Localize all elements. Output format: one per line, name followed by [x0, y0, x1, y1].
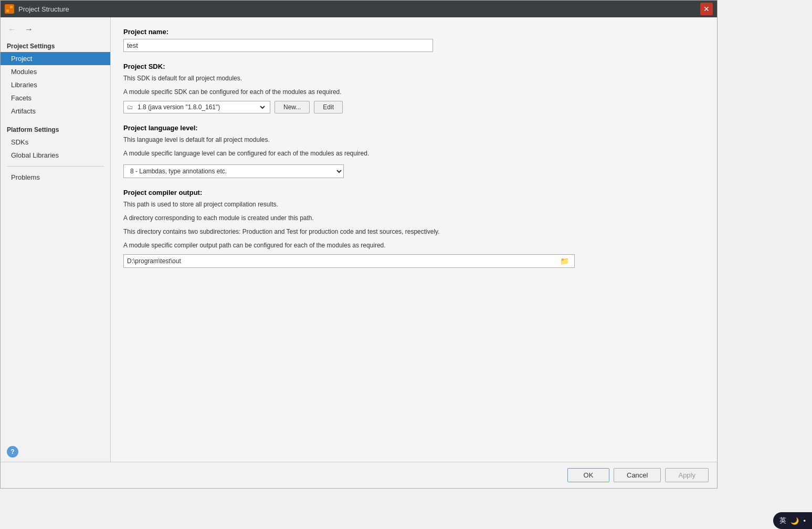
sidebar-item-artifacts[interactable]: Artifacts: [1, 105, 110, 118]
svg-rect-1: [10, 6, 13, 8]
nav-buttons: ← →: [1, 22, 110, 39]
content-area: Project name: Project SDK: This SDK is d…: [111, 17, 717, 462]
language-level-label: Project language level:: [123, 124, 704, 132]
sdk-row: 🗂 1.8 (java version "1.8.0_161") New... …: [123, 101, 704, 113]
footer: OK Cancel Apply: [1, 462, 717, 488]
tray-dot: •: [803, 517, 806, 525]
tray-moon: 🌙: [790, 517, 799, 525]
help-button[interactable]: ?: [7, 446, 18, 458]
language-desc2: A module specific language level can be …: [123, 149, 704, 158]
project-name-label: Project name:: [123, 28, 704, 36]
sidebar: ← → Project Settings Project Modules Lib…: [1, 17, 111, 462]
sidebar-item-global-libraries[interactable]: Global Libraries: [1, 149, 110, 162]
sdk-folder-icon: 🗂: [127, 103, 133, 111]
cancel-button[interactable]: Cancel: [614, 468, 661, 482]
forward-button[interactable]: →: [22, 24, 36, 35]
project-sdk-section: Project SDK: This SDK is default for all…: [123, 63, 704, 113]
language-level-select[interactable]: 8 - Lambdas, type annotations etc.7 - Di…: [123, 164, 344, 178]
window-icon: [5, 4, 14, 14]
compiler-desc4: A module specific compiler output path c…: [123, 241, 704, 250]
platform-settings-section-label: Platform Settings: [1, 123, 110, 136]
ok-button[interactable]: OK: [567, 468, 609, 482]
sdk-desc2: A module specific SDK can be configured …: [123, 87, 704, 97]
apply-button[interactable]: Apply: [665, 468, 709, 482]
close-button[interactable]: ✕: [700, 3, 713, 15]
compiler-output-path-row: 📁: [123, 254, 575, 268]
sdk-new-button[interactable]: New...: [275, 101, 310, 113]
sdk-desc1: This SDK is default for all project modu…: [123, 74, 704, 83]
sidebar-item-project[interactable]: Project: [1, 52, 110, 65]
project-structure-window: Project Structure ✕ ← → Project Settings…: [0, 0, 718, 489]
title-bar: Project Structure ✕: [1, 1, 717, 17]
language-level-section: Project language level: This language le…: [123, 124, 704, 178]
sdk-select-control[interactable]: 1.8 (java version "1.8.0_161"): [135, 103, 267, 111]
sdk-dropdown[interactable]: 🗂 1.8 (java version "1.8.0_161"): [123, 101, 270, 113]
svg-rect-2: [6, 9, 9, 12]
window-title: Project Structure: [18, 5, 69, 13]
sidebar-item-modules[interactable]: Modules: [1, 65, 110, 78]
svg-rect-0: [6, 6, 9, 8]
main-content: ← → Project Settings Project Modules Lib…: [1, 17, 717, 462]
project-name-section: Project name:: [123, 28, 704, 52]
browse-folder-button[interactable]: 📁: [558, 257, 571, 265]
project-name-input[interactable]: [123, 39, 433, 52]
sidebar-item-problems[interactable]: Problems: [1, 171, 110, 184]
compiler-output-section: Project compiler output: This path is us…: [123, 189, 704, 268]
sidebar-separator: [7, 166, 104, 167]
sidebar-bottom: ?: [1, 442, 110, 462]
compiler-desc3: This directory contains two subdirectori…: [123, 227, 704, 236]
sidebar-item-facets[interactable]: Facets: [1, 91, 110, 105]
system-tray: 英 🌙 •: [773, 512, 812, 529]
sidebar-item-sdks[interactable]: SDKs: [1, 136, 110, 149]
language-desc1: This language level is default for all p…: [123, 135, 704, 144]
sdk-edit-button[interactable]: Edit: [314, 101, 343, 113]
tray-lang: 英: [779, 516, 786, 525]
back-button[interactable]: ←: [5, 24, 19, 35]
compiler-output-label: Project compiler output:: [123, 189, 704, 196]
compiler-desc2: A directory corresponding to each module…: [123, 213, 704, 223]
svg-rect-3: [10, 9, 13, 12]
project-settings-section-label: Project Settings: [1, 39, 110, 52]
compiler-desc1: This path is used to store all project c…: [123, 200, 704, 209]
sidebar-item-libraries[interactable]: Libraries: [1, 78, 110, 91]
project-sdk-label: Project SDK:: [123, 63, 704, 70]
compiler-output-input[interactable]: [127, 257, 558, 265]
